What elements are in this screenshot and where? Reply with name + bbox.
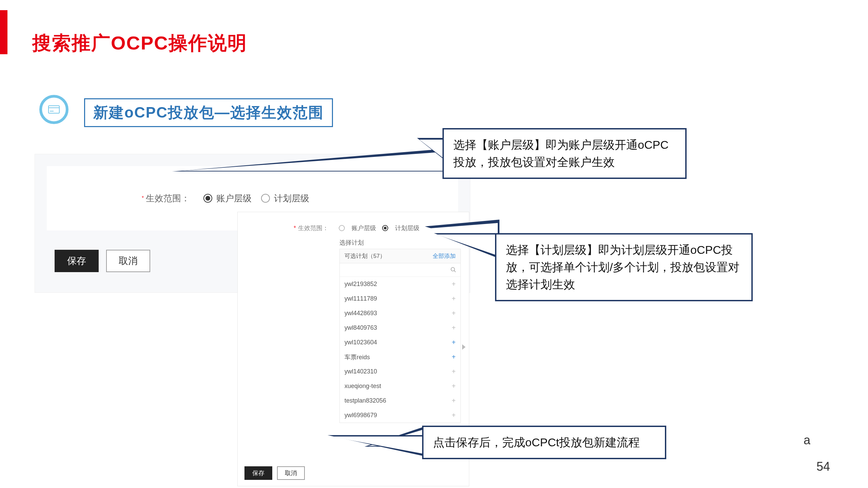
required-star: * <box>142 195 144 201</box>
callout-tail-icon <box>172 148 448 171</box>
radio-account-label: 账户层级 <box>216 192 252 204</box>
plan-search-row[interactable] <box>340 263 460 277</box>
radio-plan-label: 计划层级 <box>274 192 309 204</box>
plan-row[interactable]: ywl1023604+ <box>340 335 460 350</box>
save-button[interactable]: 保存 <box>55 250 99 272</box>
plan-row[interactable]: ywl2193852+ <box>340 277 460 291</box>
page-number: 54 <box>816 460 830 474</box>
plan-name: ywl1402310 <box>344 368 377 375</box>
accent-bar <box>0 10 7 54</box>
plan-name: ywl1023604 <box>344 339 377 346</box>
plan-name: testplan832056 <box>344 397 386 404</box>
select-plan-label: 选择计划 <box>339 239 364 247</box>
scope-label-small: 生效范围： <box>298 224 329 232</box>
section-subtitle: 新建oCPC投放包—选择生效范围 <box>93 104 324 121</box>
callout-tail-icon <box>434 233 500 259</box>
plan-name: xueqiong-test <box>344 383 381 390</box>
plus-icon[interactable]: + <box>452 280 456 288</box>
radio-plan-label-sm: 计划层级 <box>395 224 419 232</box>
plan-name: ywl8409763 <box>344 324 377 331</box>
plan-row[interactable]: xueqiong-test+ <box>340 379 460 393</box>
button-row: 保存 取消 <box>55 250 150 272</box>
svg-line-4 <box>454 270 456 272</box>
plan-row[interactable]: 车票reids+ <box>340 350 460 364</box>
callout-plan: 选择【计划层级】即为计划层级开通oCPC投放，可选择单个计划/多个计划，投放包设… <box>495 233 753 301</box>
svg-point-3 <box>451 267 455 271</box>
scope-label: 生效范围： <box>146 192 190 204</box>
svg-rect-0 <box>48 106 59 113</box>
plan-select-box: 可选计划（57） 全部添加 ywl2193852+ywl1111789+ywl4… <box>339 249 461 423</box>
section-subtitle-box: 新建oCPC投放包—选择生效范围 <box>84 98 333 127</box>
arrow-right-icon[interactable] <box>462 344 466 350</box>
plan-name: ywl4428693 <box>344 310 377 317</box>
callout-tail-icon <box>328 435 427 457</box>
button-row-small: 保存 取消 <box>244 466 305 480</box>
section-icon-circle <box>39 95 68 124</box>
plus-icon[interactable]: + <box>452 309 456 317</box>
plus-icon[interactable]: + <box>452 339 456 346</box>
plus-icon[interactable]: + <box>452 324 456 332</box>
plus-icon[interactable]: + <box>452 368 456 375</box>
footer-marker: a <box>804 433 810 447</box>
plan-name: ywl6998679 <box>344 412 377 419</box>
optional-plans-label: 可选计划（57） <box>344 252 386 260</box>
callout-save: 点击保存后，完成oCPCt投放包新建流程 <box>422 426 666 459</box>
plan-name: 车票reids <box>344 353 370 361</box>
plan-row[interactable]: ywl1111789+ <box>340 291 460 306</box>
radio-group-scope: 账户层级 计划层级 <box>203 192 309 204</box>
plus-icon[interactable]: + <box>452 382 456 390</box>
search-icon <box>450 267 456 273</box>
plus-icon[interactable]: + <box>452 397 456 405</box>
radio-plan-level-small[interactable]: 计划层级 <box>382 224 419 232</box>
page-title: 搜索推广OCPC操作说明 <box>32 30 247 56</box>
plan-name: ywl2193852 <box>344 281 377 288</box>
callout-account: 选择【账户层级】即为账户层级开通oCPC投放，投放包设置对全账户生效 <box>442 128 687 179</box>
plan-name: ywl1111789 <box>344 295 377 302</box>
radio-dot-icon <box>261 194 270 203</box>
plan-list: ywl2193852+ywl1111789+ywl4428693+ywl8409… <box>340 277 460 423</box>
cancel-button[interactable]: 取消 <box>106 250 150 272</box>
required-star: * <box>294 225 296 232</box>
save-button-small[interactable]: 保存 <box>244 466 272 480</box>
plus-icon[interactable]: + <box>452 411 456 419</box>
radio-dot-icon <box>339 225 345 231</box>
cancel-button-small[interactable]: 取消 <box>277 466 305 480</box>
plan-row[interactable]: ywl4428693+ <box>340 306 460 321</box>
radio-account-label-sm: 账户层级 <box>352 224 376 232</box>
radio-dot-icon <box>203 194 212 203</box>
radio-account-level-small[interactable]: 账户层级 <box>339 224 376 232</box>
plan-row[interactable]: ywl6998679+ <box>340 408 460 423</box>
radio-plan-level[interactable]: 计划层级 <box>261 192 309 204</box>
plan-row[interactable]: testplan832056+ <box>340 393 460 408</box>
radio-dot-icon <box>382 225 388 231</box>
radio-account-level[interactable]: 账户层级 <box>203 192 252 204</box>
plus-icon[interactable]: + <box>452 295 456 303</box>
card-icon <box>48 105 60 114</box>
plus-icon[interactable]: + <box>452 353 456 361</box>
plan-row[interactable]: ywl8409763+ <box>340 321 460 335</box>
plan-row[interactable]: ywl1402310+ <box>340 364 460 379</box>
scope-row-small: * 生效范围： 账户层级 计划层级 <box>294 224 419 232</box>
